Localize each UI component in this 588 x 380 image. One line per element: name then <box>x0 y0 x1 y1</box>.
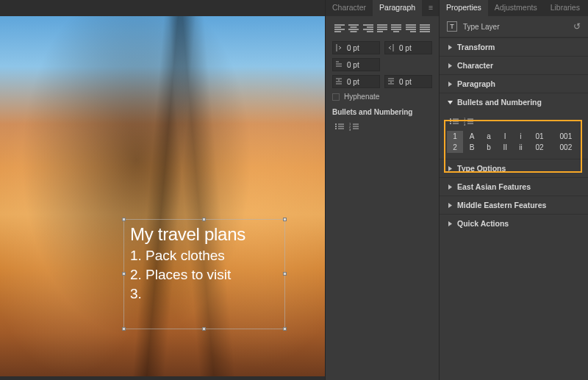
list-line[interactable]: 2. Places to visit <box>130 265 279 284</box>
section-label: Quick Actions <box>457 219 509 228</box>
text-layer-bounding-box[interactable]: My travel plans 1. Pack clothes 2. Place… <box>123 219 285 329</box>
align-center-icon[interactable] <box>346 22 360 35</box>
chevron-right-icon <box>447 62 453 69</box>
justify-all-icon[interactable] <box>418 22 432 35</box>
number-style-table: 1 A a I i 01 001 2 B b II ii 02 002 <box>447 131 581 153</box>
svg-point-1 <box>335 126 337 127</box>
tab-paragraph[interactable]: Paragraph <box>373 0 422 16</box>
section-type-options[interactable]: Type Options <box>440 159 588 177</box>
resize-handle[interactable] <box>122 327 126 331</box>
number-style-option[interactable]: i <box>513 131 528 142</box>
space-after-field[interactable]: 0 pt <box>384 75 432 88</box>
field-value: 0 pt <box>397 44 431 52</box>
properties-panel: Properties Adjustments Libraries ≡ T Typ… <box>439 0 588 380</box>
justify-center-icon[interactable] <box>390 22 404 35</box>
number-style-option[interactable]: I <box>497 131 513 142</box>
svg-point-2 <box>335 128 337 129</box>
list-type-buttons: 123 <box>332 120 432 133</box>
tab-libraries[interactable]: Libraries <box>544 0 587 16</box>
indent-right-field[interactable]: 0 pt <box>384 41 432 54</box>
section-quick-actions[interactable]: Quick Actions <box>440 214 588 232</box>
type-layer-icon: T <box>447 21 457 32</box>
panel-tabs: Properties Adjustments Libraries ≡ <box>440 0 588 16</box>
number-style-option[interactable]: 02 <box>528 142 551 153</box>
numbered-list-icon[interactable]: 123 <box>462 115 476 128</box>
svg-point-6 <box>450 118 451 120</box>
svg-point-0 <box>335 123 337 125</box>
reset-icon[interactable]: ↺ <box>573 21 581 32</box>
resize-handle[interactable] <box>283 272 287 276</box>
align-right-icon[interactable] <box>361 22 375 35</box>
svg-text:3: 3 <box>464 123 466 126</box>
chevron-right-icon <box>447 202 453 209</box>
field-value: 0 pt <box>345 44 379 52</box>
section-character[interactable]: Character <box>440 56 588 74</box>
resize-handle[interactable] <box>283 327 287 331</box>
chevron-down-icon <box>447 99 453 106</box>
space-before-icon <box>333 78 345 85</box>
section-label: Transform <box>457 43 495 51</box>
number-style-option[interactable]: A <box>463 131 481 142</box>
resize-handle[interactable] <box>122 272 126 276</box>
svg-point-7 <box>450 121 451 122</box>
section-east-asian[interactable]: East Asian Features <box>440 177 588 196</box>
alignment-buttons <box>332 22 432 35</box>
paragraph-panel: Character Paragraph ≡ 0 pt 0 pt <box>325 0 439 380</box>
text-title[interactable]: My travel plans <box>124 220 284 246</box>
number-style-option[interactable]: b <box>481 142 497 153</box>
section-label: East Asian Features <box>457 182 531 191</box>
section-label: Bullets and Numbering <box>457 98 542 107</box>
number-style-option[interactable]: 002 <box>551 142 581 153</box>
space-after-icon <box>385 78 397 85</box>
resize-handle[interactable] <box>122 218 126 221</box>
section-middle-eastern[interactable]: Middle Eastern Features <box>440 196 588 214</box>
chevron-right-icon <box>447 44 453 51</box>
resize-handle[interactable] <box>202 327 206 331</box>
list-line[interactable]: 1. Pack clothes <box>130 246 279 265</box>
indent-right-icon <box>385 44 397 51</box>
number-style-option[interactable]: 01 <box>528 131 551 142</box>
numbered-list-icon[interactable]: 123 <box>347 120 362 133</box>
chevron-right-icon <box>447 81 453 87</box>
checkbox-box <box>332 93 340 101</box>
section-label: Character <box>457 61 493 70</box>
section-transform[interactable]: Transform <box>440 37 588 56</box>
panel-menu-icon[interactable]: ≡ <box>423 0 439 16</box>
indent-left-field[interactable]: 0 pt <box>332 41 380 54</box>
bullets-numbering-body: 123 1 A a I i 01 001 2 B b II ii 02 002 <box>440 111 588 159</box>
indent-firstline-field[interactable]: 0 pt <box>332 58 380 71</box>
align-left-icon[interactable] <box>332 22 346 35</box>
justify-left-icon[interactable] <box>375 22 389 35</box>
tab-properties[interactable]: Properties <box>440 0 488 16</box>
section-bullets-numbering[interactable]: Bullets and Numbering <box>440 93 588 111</box>
field-value: 0 pt <box>397 78 431 86</box>
tab-character[interactable]: Character <box>326 0 373 16</box>
number-style-option[interactable]: II <box>497 142 513 153</box>
number-style-option[interactable]: 1 <box>447 131 463 142</box>
tab-adjustments[interactable]: Adjustments <box>488 0 544 16</box>
number-style-option[interactable]: B <box>463 142 481 153</box>
section-paragraph[interactable]: Paragraph <box>440 74 588 93</box>
hyphenate-checkbox[interactable]: Hyphenate <box>332 93 432 101</box>
number-style-option[interactable]: a <box>481 131 497 142</box>
properties-layer-type: Type Layer <box>463 23 499 31</box>
list-line[interactable]: 3. <box>130 284 279 304</box>
field-value: 0 pt <box>345 61 379 69</box>
paragraph-panel-body: 0 pt 0 pt 0 pt 0 pt 0 pt <box>326 16 439 139</box>
bulleted-list-icon[interactable] <box>447 115 462 128</box>
bullets-numbering-heading: Bullets and Numbering <box>332 108 432 116</box>
number-style-option[interactable]: 2 <box>447 142 463 153</box>
resize-handle[interactable] <box>202 218 206 221</box>
justify-right-icon[interactable] <box>404 22 417 35</box>
bulleted-list-icon[interactable] <box>332 120 347 133</box>
space-before-field[interactable]: 0 pt <box>332 75 380 88</box>
section-label: Paragraph <box>457 79 495 88</box>
canvas-area[interactable]: My travel plans 1. Pack clothes 2. Place… <box>0 16 325 376</box>
indent-firstline-icon <box>333 61 345 68</box>
resize-handle[interactable] <box>283 218 287 221</box>
number-style-option[interactable]: ii <box>513 142 528 153</box>
chevron-right-icon <box>447 221 453 227</box>
section-label: Type Options <box>457 164 506 173</box>
chevron-right-icon <box>447 184 453 190</box>
number-style-option[interactable]: 001 <box>551 131 581 142</box>
